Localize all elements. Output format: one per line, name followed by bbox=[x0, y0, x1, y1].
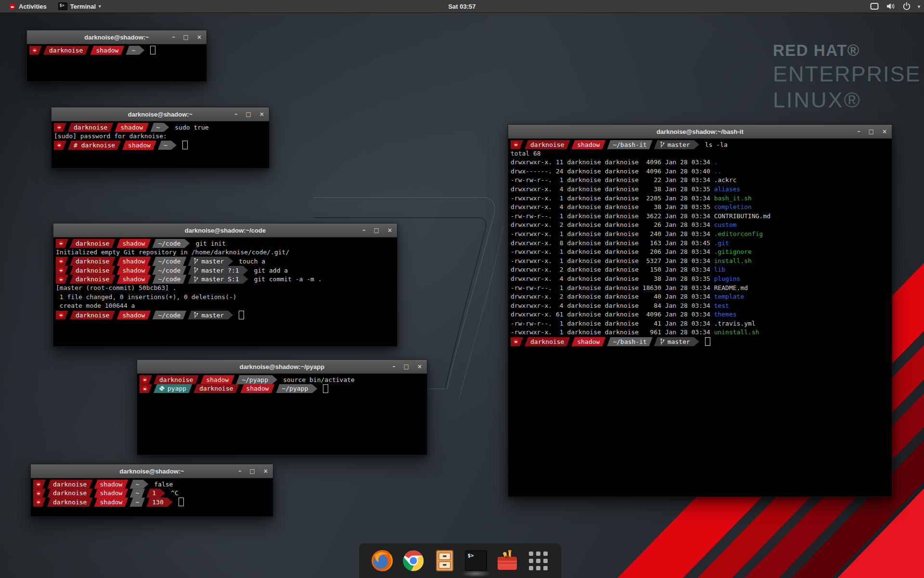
window-titlebar[interactable]: darknoise@shadow:~ – □ × bbox=[27, 30, 206, 44]
terminal-window-home: darknoise@shadow:~ – □ × darknoiseshadow… bbox=[26, 30, 207, 82]
prompt-segment-host: shadow bbox=[115, 123, 149, 132]
ls-file-row: -rwxrwxr-x. 1 darknoise darknoise 2205 J… bbox=[511, 194, 891, 203]
git-branch-icon bbox=[660, 338, 665, 345]
ls-file-row: drwxrwxr-x. 2 darknoise darknoise 26 Jan… bbox=[511, 221, 891, 230]
prompt-segment-path: ~/code bbox=[152, 311, 186, 320]
ls-file-row: -rwxrwxr-x. 1 darknoise darknoise 206 Ja… bbox=[511, 248, 891, 257]
redhat-icon bbox=[513, 339, 519, 344]
ls-file-row: -rw-rw-r--. 1 darknoise darknoise 41 Jan… bbox=[511, 319, 891, 328]
close-button[interactable]: × bbox=[387, 227, 392, 233]
window-title: darknoise@shadow:~ bbox=[84, 34, 149, 41]
prompt-shell-icon-chip bbox=[54, 123, 66, 132]
prompt-segment-user: darknoise bbox=[525, 337, 570, 346]
prompt-segment-user: darknoise bbox=[154, 375, 199, 384]
ls-file-row: -rw-rw-r--. 1 darknoise darknoise 3622 J… bbox=[511, 212, 891, 221]
dock-terminal[interactable]: $> bbox=[463, 548, 488, 573]
app-menu-label: Terminal bbox=[70, 3, 96, 10]
terminal-prompt-line: darknoiseshadow~false bbox=[33, 480, 272, 489]
brand-line-redhat: RED HAT® bbox=[773, 41, 921, 60]
prompt-segment-user: darknoise bbox=[193, 384, 239, 393]
minimize-button[interactable]: – bbox=[393, 364, 396, 369]
maximize-button[interactable]: □ bbox=[374, 227, 379, 233]
terminal-content[interactable]: darknoiseshadow~/bash-itmasterls -latota… bbox=[508, 139, 892, 346]
redhat-icon bbox=[9, 3, 16, 10]
window-titlebar[interactable]: darknoise@shadow:~/bash-it – □ × bbox=[508, 125, 892, 139]
terminal-command-text: ^C bbox=[171, 489, 179, 497]
maximize-button[interactable]: □ bbox=[183, 34, 189, 40]
chevron-down-icon[interactable]: ▾ bbox=[918, 4, 920, 9]
prompt-segment-path: ~ bbox=[126, 46, 144, 55]
close-button[interactable]: × bbox=[882, 129, 887, 134]
terminal-content[interactable]: darknoiseshadow~ bbox=[27, 44, 206, 55]
window-title: darknoise@shadow:~/code bbox=[185, 227, 266, 234]
dock-files[interactable] bbox=[432, 548, 457, 573]
desktop: RED HAT® ENTERPRISE LINUX® Activities $>… bbox=[0, 0, 924, 578]
app-grid-icon bbox=[529, 552, 548, 570]
prompt-segment-git: master S:1 bbox=[188, 275, 248, 284]
window-title: darknoise@shadow:~/bash-it bbox=[656, 128, 744, 135]
window-title: darknoise@shadow:~/pyapp bbox=[240, 363, 324, 370]
window-titlebar[interactable]: darknoise@shadow:~ – □ × bbox=[51, 107, 269, 121]
prompt-segment-path: ~ bbox=[158, 141, 177, 150]
prompt-segment-host: shadow bbox=[122, 141, 156, 150]
terminal-command-text: touch a bbox=[239, 258, 265, 265]
close-button[interactable]: × bbox=[259, 111, 264, 117]
ls-file-row: drwxrwxr-x. 8 darknoise darknoise 163 Ja… bbox=[511, 239, 891, 248]
redhat-icon bbox=[32, 47, 38, 53]
terminal-content[interactable]: darknoiseshadow~/pyappsource bin/activat… bbox=[137, 374, 427, 393]
ls-file-row: drwxrwxr-x. 61 darknoise darknoise 4096 … bbox=[511, 310, 891, 319]
power-icon[interactable] bbox=[902, 2, 911, 11]
dock-chrome[interactable] bbox=[401, 548, 426, 573]
dock-firefox[interactable] bbox=[370, 548, 395, 573]
redhat-icon bbox=[36, 499, 41, 505]
terminal-prompt-line: darknoiseshadow~/codemaster ?:1git add a bbox=[56, 266, 396, 275]
minimize-button[interactable]: – bbox=[172, 34, 175, 40]
maximize-button[interactable]: □ bbox=[246, 111, 251, 117]
window-titlebar[interactable]: darknoise@shadow:~ – □ × bbox=[31, 464, 273, 478]
terminal-window-sudo: darknoise@shadow:~ – □ × darknoiseshadow… bbox=[51, 107, 270, 169]
ls-file-name: .git bbox=[714, 239, 729, 247]
redhat-icon bbox=[58, 276, 64, 282]
python-icon bbox=[159, 386, 165, 391]
app-menu-terminal[interactable]: $> Terminal ▾ bbox=[53, 0, 106, 13]
terminal-cursor bbox=[182, 141, 188, 149]
red-corner bbox=[837, 488, 924, 578]
ls-file-row: drwxrwxr-x. 2 darknoise darknoise 40 Jan… bbox=[511, 292, 891, 302]
dock-app-grid[interactable] bbox=[526, 548, 551, 573]
redhat-icon bbox=[58, 240, 64, 246]
prompt-segment-path: ~ bbox=[150, 123, 169, 132]
terminal-prompt-line: darknoiseshadow~/codemaster S:1git commi… bbox=[56, 275, 396, 284]
ls-file-name: aliases bbox=[714, 185, 741, 193]
chevron-down-icon: ▾ bbox=[99, 4, 101, 9]
volume-icon[interactable] bbox=[886, 2, 896, 10]
maximize-button[interactable]: □ bbox=[250, 468, 255, 474]
terminal-content[interactable]: darknoiseshadow~/codegit initInitialized… bbox=[53, 237, 397, 319]
minimize-button[interactable]: – bbox=[363, 227, 366, 233]
close-button[interactable]: × bbox=[197, 34, 202, 40]
maximize-button[interactable]: □ bbox=[404, 364, 409, 369]
prompt-segment-host: shadow bbox=[116, 257, 151, 266]
prompt-segment-path: ~ bbox=[129, 488, 145, 498]
git-branch-icon bbox=[193, 258, 198, 264]
display-icon[interactable] bbox=[870, 2, 879, 11]
git-branch-icon bbox=[193, 276, 198, 283]
close-button[interactable]: × bbox=[263, 468, 268, 474]
ls-file-name: .ackrc bbox=[714, 176, 737, 184]
close-button[interactable]: × bbox=[417, 364, 422, 369]
window-titlebar[interactable]: darknoise@shadow:~/code – □ × bbox=[53, 223, 397, 237]
window-titlebar[interactable]: darknoise@shadow:~/pyapp – □ × bbox=[137, 360, 427, 374]
prompt-segment-user: darknoise bbox=[68, 123, 113, 132]
terminal-content[interactable]: darknoiseshadow~sudo true[sudo] password… bbox=[51, 121, 269, 150]
minimize-button[interactable]: – bbox=[858, 129, 860, 134]
prompt-segment-host: shadow bbox=[90, 46, 124, 55]
minimize-button[interactable]: – bbox=[239, 468, 242, 474]
terminal-prompt-line: darknoiseshadow~ bbox=[29, 46, 205, 55]
activities-button[interactable]: Activities bbox=[5, 0, 51, 13]
maximize-button[interactable]: □ bbox=[869, 129, 874, 134]
dock-toolbox[interactable] bbox=[495, 548, 520, 573]
ls-file-row: -rwxrwxr-x. 1 darknoise darknoise 961 Ja… bbox=[511, 328, 891, 337]
ls-file-name: . bbox=[714, 158, 718, 166]
minimize-button[interactable]: – bbox=[235, 111, 238, 117]
clock[interactable]: Sat 03:57 bbox=[448, 0, 475, 13]
terminal-content[interactable]: darknoiseshadow~falsedarknoiseshadow~1^C… bbox=[31, 478, 273, 507]
